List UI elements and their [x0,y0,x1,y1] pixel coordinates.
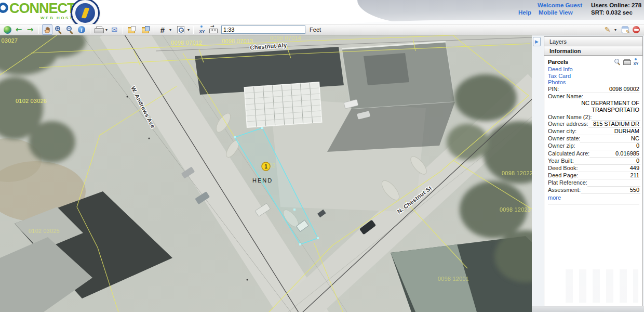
ruler-icon: → [209,29,218,33]
pan-tool-button[interactable] [42,24,52,35]
field-row-owner-name: Owner Name: [548,93,640,100]
result-marker[interactable]: 1 [262,162,270,171]
markup-notes-button[interactable] [620,24,630,35]
print-caret-icon[interactable]: ▾ [105,28,108,32]
parcel-label: 0102 03026 [16,98,47,104]
zoom-to-parcel-icon[interactable] [614,59,621,65]
parcel-label: 0098 07012 [171,40,202,46]
field-row-deed-page: Deed Page:211 [548,172,640,179]
xy-parcel-icon[interactable]: XY [633,58,639,66]
select-zoom-button[interactable] [176,24,186,35]
saved-maps-button[interactable] [140,24,151,35]
pencil-icon: ✎ [605,26,611,33]
parcel-label: 0102 03027 [0,37,18,44]
info-panel: Layers Information Parcels XY Deed Info … [544,36,643,306]
tab-information[interactable]: Information [544,46,643,56]
scale-input[interactable] [221,25,305,34]
back-extent-button[interactable]: ← [14,24,24,35]
identify-button[interactable]: i [76,24,87,35]
parcel-label: 0098 12001 [438,276,469,282]
watermark [566,269,638,303]
grid-caret-icon[interactable]: ▾ [169,28,171,32]
parcel-label: 0098 07014 [270,35,301,41]
no-entry-icon [633,26,640,33]
field-row-pin: PIN:0098 09002 [548,86,640,93]
select-zoom-icon [177,26,184,33]
users-online-stat: Users Online: 278 [591,2,641,8]
greenhouse-roof [245,82,322,127]
field-row-plat-reference: Plat Reference: [548,179,640,186]
top-bar: CONNECTGIS WEB HOSTING Welcome Guest Use… [0,0,644,24]
grid-icon: # [160,26,165,34]
full-extent-button[interactable] [2,24,12,35]
toolbar-separator [154,26,154,34]
photos-link[interactable]: Photos [548,79,640,86]
pan-hand-icon [44,26,51,34]
bottom-strip [532,306,644,312]
field-row-deed-book: Deed Book:449 [548,165,640,172]
toolbar-separator [193,26,194,34]
envelope-icon: ✉ [111,26,117,33]
mobile-view-link[interactable]: Mobile View [539,9,573,16]
field-row-assessment: Assessment:550 [548,187,640,194]
panel-collapse-button[interactable]: ▶ [533,37,541,46]
clear-graphics-button[interactable] [631,24,641,35]
measure-scale-button[interactable]: → [208,24,219,35]
parcel-label: 0098 12023 [500,206,531,213]
field-row-owner-city: Owner city:DURHAM [548,128,640,135]
field-row-owner-name2: Owner Name (2): [548,114,640,121]
units-label: Feet [310,27,321,33]
grid-tools-button[interactable]: # [157,24,168,35]
field-row-year-built: Year Built:0 [548,158,640,165]
parcel-label: 0098 07013 [222,38,253,44]
field-row-owner-address: Owner address:815 STADIUM DR [548,121,640,128]
map-canvas[interactable]: Chestnut Aly W. Andrews Ave N. Chestnut … [0,35,532,312]
owner-name-value-line: TRANSPORTATIO [548,107,640,113]
forward-extent-button[interactable]: → [25,24,35,35]
print-button[interactable] [93,24,104,35]
toolbar-separator [38,26,39,34]
tab-layers[interactable]: Layers [544,36,643,46]
xy-icon: XY [198,25,206,34]
notepad-icon [622,27,628,33]
printer-icon [95,27,103,33]
section-title: Parcels [548,59,568,65]
field-row-calculated-acre: Calculated Acre:0.016985 [548,150,640,158]
toolbar-separator [123,26,123,34]
field-row-owner-state: Owner state:NC [548,135,640,142]
print-parcel-icon[interactable] [623,59,630,65]
xy-coordinates-button[interactable]: XY [197,24,207,35]
logo-mark-icon [0,3,8,13]
information-panel-body: Parcels XY Deed Info Tax Card Photos PIN… [544,56,643,306]
parcel-label: 0098 12022 [502,170,532,176]
zoom-in-icon: + [55,25,63,34]
draw-tools-button[interactable]: ✎ [602,24,613,35]
select-zoom-caret-icon[interactable]: ▾ [187,28,190,32]
tax-card-link[interactable]: Tax Card [548,73,640,80]
back-arrow-icon: ← [16,26,22,33]
county-seal-inner [75,3,95,23]
zoom-out-button[interactable]: − [65,24,75,35]
info-icon: i [78,26,85,33]
folder-map-icon [142,28,149,33]
map-annotation: HEND [252,177,273,184]
export-map-button[interactable] [126,24,137,35]
map-toolbar: ← → + − i ▾ ✉ # ▾ ▾ XY → Feet ✎ ▾ [0,24,644,35]
toolbar-separator [90,26,90,34]
folder-export-icon [128,28,135,33]
more-link[interactable]: more [548,194,561,201]
aerial-imagery: Chestnut Aly W. Andrews Ave N. Chestnut … [0,35,532,312]
help-link[interactable]: Help [518,9,531,16]
parcel-label: 0102 03025 [29,228,60,234]
deed-info-link[interactable]: Deed Info [548,66,640,73]
zoom-in-button[interactable]: + [53,24,64,35]
zoom-out-icon: − [66,25,74,34]
email-button[interactable]: ✉ [109,24,119,35]
panel-divider [548,204,639,204]
marker-number: 1 [264,164,267,170]
field-row-owner-zip: Owner zip:0 [548,142,640,150]
forward-arrow-icon: → [27,26,34,33]
draw-tools-caret-icon[interactable]: ▾ [614,28,616,32]
welcome-guest-link[interactable]: Welcome Guest [538,2,582,8]
county-seal-emblem [82,8,90,19]
